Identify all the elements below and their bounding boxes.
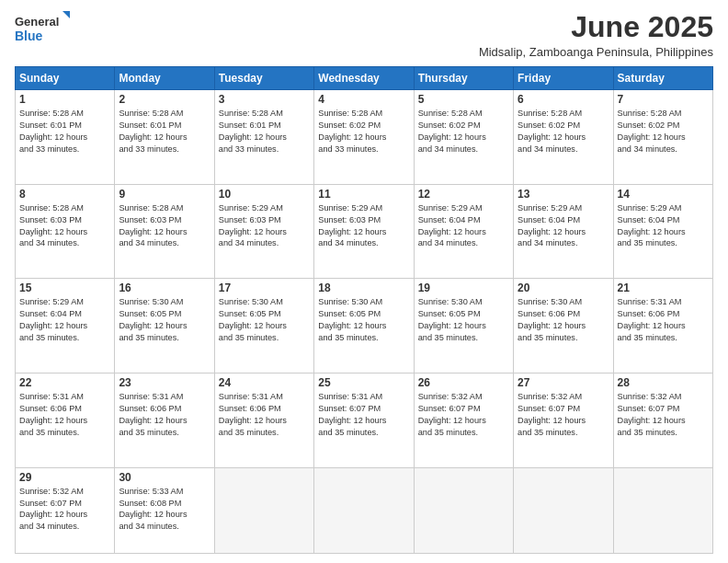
- calendar-cell-20: 20Sunrise: 5:30 AMSunset: 6:06 PMDayligh…: [514, 279, 613, 373]
- calendar-cell-27: 27Sunrise: 5:32 AMSunset: 6:07 PMDayligh…: [514, 373, 613, 468]
- month-title: June 2025: [479, 11, 713, 43]
- calendar-cell-18: 18Sunrise: 5:30 AMSunset: 6:05 PMDayligh…: [314, 279, 414, 373]
- table-row: 1Sunrise: 5:28 AMSunset: 6:01 PMDaylight…: [16, 90, 713, 185]
- calendar-cell-empty: [214, 467, 313, 553]
- calendar-cell-23: 23Sunrise: 5:31 AMSunset: 6:06 PMDayligh…: [115, 373, 214, 468]
- table-row: 22Sunrise: 5:31 AMSunset: 6:06 PMDayligh…: [16, 373, 713, 468]
- logo: General Blue: [15, 11, 70, 48]
- svg-marker-2: [63, 11, 70, 18]
- calendar-cell-12: 12Sunrise: 5:29 AMSunset: 6:04 PMDayligh…: [414, 184, 513, 279]
- location: Midsalip, Zamboanga Peninsula, Philippin…: [479, 45, 713, 59]
- calendar-cell-26: 26Sunrise: 5:32 AMSunset: 6:07 PMDayligh…: [414, 373, 513, 468]
- calendar-cell-16: 16Sunrise: 5:30 AMSunset: 6:05 PMDayligh…: [115, 279, 214, 373]
- col-sunday: Sunday: [16, 67, 115, 90]
- calendar-cell-5: 5Sunrise: 5:28 AMSunset: 6:02 PMDaylight…: [414, 90, 513, 185]
- svg-text:Blue: Blue: [15, 29, 43, 43]
- calendar-table: Sunday Monday Tuesday Wednesday Thursday…: [15, 66, 713, 554]
- calendar-cell-24: 24Sunrise: 5:31 AMSunset: 6:06 PMDayligh…: [214, 373, 313, 468]
- page-header: General Blue June 2025 Midsalip, Zamboan…: [15, 11, 713, 59]
- calendar-cell-8: 8Sunrise: 5:28 AMSunset: 6:03 PMDaylight…: [16, 184, 115, 279]
- calendar-cell-4: 4Sunrise: 5:28 AMSunset: 6:02 PMDaylight…: [314, 90, 414, 185]
- calendar-cell-2: 2Sunrise: 5:28 AMSunset: 6:01 PMDaylight…: [115, 90, 214, 185]
- table-row: 29Sunrise: 5:32 AMSunset: 6:07 PMDayligh…: [16, 467, 713, 553]
- calendar-cell-10: 10Sunrise: 5:29 AMSunset: 6:03 PMDayligh…: [214, 184, 313, 279]
- calendar-cell-empty: [314, 467, 414, 553]
- calendar-cell-28: 28Sunrise: 5:32 AMSunset: 6:07 PMDayligh…: [613, 373, 712, 468]
- col-monday: Monday: [115, 67, 214, 90]
- calendar-cell-22: 22Sunrise: 5:31 AMSunset: 6:06 PMDayligh…: [16, 373, 115, 468]
- calendar-cell-empty: [414, 467, 513, 553]
- calendar-cell-25: 25Sunrise: 5:31 AMSunset: 6:07 PMDayligh…: [314, 373, 414, 468]
- calendar-cell-21: 21Sunrise: 5:31 AMSunset: 6:06 PMDayligh…: [613, 279, 712, 373]
- calendar-cell-empty: [514, 467, 613, 553]
- calendar-cell-6: 6Sunrise: 5:28 AMSunset: 6:02 PMDaylight…: [514, 90, 613, 185]
- calendar-header-row: Sunday Monday Tuesday Wednesday Thursday…: [16, 67, 713, 90]
- calendar-cell-15: 15Sunrise: 5:29 AMSunset: 6:04 PMDayligh…: [16, 279, 115, 373]
- col-wednesday: Wednesday: [314, 67, 414, 90]
- calendar-cell-3: 3Sunrise: 5:28 AMSunset: 6:01 PMDaylight…: [214, 90, 313, 185]
- table-row: 15Sunrise: 5:29 AMSunset: 6:04 PMDayligh…: [16, 279, 713, 373]
- calendar-cell-29: 29Sunrise: 5:32 AMSunset: 6:07 PMDayligh…: [16, 467, 115, 553]
- col-thursday: Thursday: [414, 67, 513, 90]
- calendar-cell-empty: [613, 467, 712, 553]
- calendar-cell-9: 9Sunrise: 5:28 AMSunset: 6:03 PMDaylight…: [115, 184, 214, 279]
- title-block: June 2025 Midsalip, Zamboanga Peninsula,…: [479, 11, 713, 59]
- calendar-cell-14: 14Sunrise: 5:29 AMSunset: 6:04 PMDayligh…: [613, 184, 712, 279]
- table-row: 8Sunrise: 5:28 AMSunset: 6:03 PMDaylight…: [16, 184, 713, 279]
- calendar-cell-1: 1Sunrise: 5:28 AMSunset: 6:01 PMDaylight…: [16, 90, 115, 185]
- calendar-cell-19: 19Sunrise: 5:30 AMSunset: 6:05 PMDayligh…: [414, 279, 513, 373]
- calendar-cell-7: 7Sunrise: 5:28 AMSunset: 6:02 PMDaylight…: [613, 90, 712, 185]
- col-tuesday: Tuesday: [214, 67, 313, 90]
- calendar-cell-11: 11Sunrise: 5:29 AMSunset: 6:03 PMDayligh…: [314, 184, 414, 279]
- calendar-cell-30: 30Sunrise: 5:33 AMSunset: 6:08 PMDayligh…: [115, 467, 214, 553]
- calendar-cell-17: 17Sunrise: 5:30 AMSunset: 6:05 PMDayligh…: [214, 279, 313, 373]
- col-saturday: Saturday: [613, 67, 712, 90]
- svg-text:General: General: [15, 15, 59, 29]
- logo-svg: General Blue: [15, 11, 70, 48]
- col-friday: Friday: [514, 67, 613, 90]
- calendar-cell-13: 13Sunrise: 5:29 AMSunset: 6:04 PMDayligh…: [514, 184, 613, 279]
